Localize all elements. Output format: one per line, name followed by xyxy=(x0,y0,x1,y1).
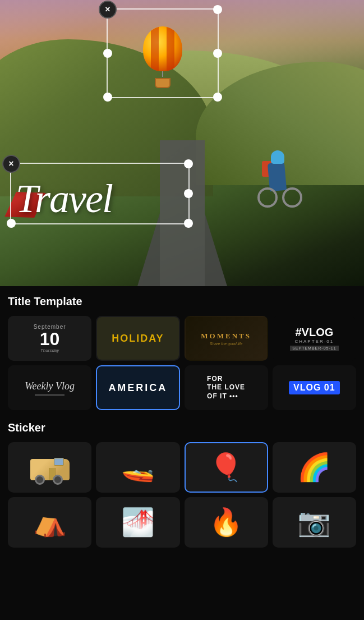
sticker-rv[interactable] xyxy=(8,442,91,493)
template-card-vlog01[interactable]: VLOG 01 xyxy=(273,365,356,410)
sticker-bridge[interactable]: 🌁 xyxy=(96,497,179,548)
boat-emoji: 🚤 xyxy=(121,454,155,481)
moments-text: MOMENTS xyxy=(201,332,251,341)
tent-emoji: ⛺ xyxy=(33,509,67,536)
cyclist-figure xyxy=(257,140,302,208)
balloon-handle-top-right[interactable] xyxy=(213,5,222,14)
template-card-vlog-chapter[interactable]: #VLOG CHAPTER-01 SEPTEMBER-05-11 xyxy=(273,316,356,361)
america-text: AMERICA xyxy=(108,382,167,394)
balloon-emoji: 🎈 xyxy=(209,454,243,481)
cyclist-body xyxy=(268,162,287,191)
travel-close-button[interactable]: × xyxy=(2,155,20,173)
vlog-chapter-date: SEPTEMBER-05-11 xyxy=(290,346,338,351)
canvas-area: × Travel × xyxy=(0,0,364,286)
vlog01-badge: VLOG 01 xyxy=(289,381,340,394)
love-text: FOR THE LOVE OF IT ••• xyxy=(207,375,245,401)
rv-wheel-1 xyxy=(35,475,45,485)
sticker-balloon[interactable]: 🎈 xyxy=(185,442,268,493)
section-title-template: Title Template xyxy=(8,295,356,308)
template-card-date[interactable]: September 10 Thursday xyxy=(8,316,91,361)
section-title-sticker: Sticker xyxy=(8,421,356,434)
balloon-handle-mid-left[interactable] xyxy=(103,49,112,58)
sticker-tent[interactable]: ⛺ xyxy=(8,497,91,548)
rv-illustration xyxy=(30,455,70,480)
sticker-fire[interactable]: 🔥 xyxy=(185,497,268,548)
balloon-stripes xyxy=(143,26,182,71)
sticker-boat[interactable]: 🚤 xyxy=(96,442,179,493)
template-card-moments[interactable]: MOMENTS Share the good life xyxy=(185,316,268,361)
date-number: 10 xyxy=(34,330,66,348)
balloon-rope xyxy=(162,71,163,77)
holiday-text: HOLIDAY xyxy=(112,333,164,345)
weekly-vlog-text: Weekly Vlog xyxy=(25,380,75,392)
holiday-inner: HOLIDAY xyxy=(97,317,178,360)
balloon-sticker[interactable] xyxy=(137,26,188,88)
template-card-for-the-love[interactable]: FOR THE LOVE OF IT ••• xyxy=(185,365,268,410)
balloon-body xyxy=(143,26,182,71)
sticker-rainbow[interactable]: 🌈 xyxy=(273,442,356,493)
travel-selection-box: × xyxy=(10,163,190,224)
vlog-chapter-title: #VLOG xyxy=(290,326,338,339)
weekly-vlog-line xyxy=(35,394,64,396)
travel-handle-bot-right[interactable] xyxy=(184,219,193,228)
sticker-grid: 🚤 🎈 🌈 ⛺ 🌁 🔥 📷 xyxy=(8,442,356,548)
cyclist-wheel-back xyxy=(282,187,302,208)
rv-wheel-2 xyxy=(53,475,63,485)
rainbow-emoji: 🌈 xyxy=(297,454,331,481)
camera-emoji: 📷 xyxy=(297,509,331,536)
balloon-close-button[interactable]: × xyxy=(99,1,117,19)
rv-window xyxy=(54,458,64,466)
template-card-weekly-vlog[interactable]: Weekly Vlog xyxy=(8,365,91,410)
balloon-basket xyxy=(155,78,171,88)
sticker-camera[interactable]: 📷 xyxy=(273,497,356,548)
bridge-emoji: 🌁 xyxy=(121,509,155,536)
cyclist-head xyxy=(271,150,284,164)
template-card-holiday[interactable]: HOLIDAY xyxy=(96,316,179,361)
template-grid: September 10 Thursday HOLIDAY MOMENTS Sh… xyxy=(8,316,356,410)
balloon-handle-bot-left[interactable] xyxy=(103,93,112,102)
travel-handle-bot-left[interactable] xyxy=(7,219,16,228)
bottom-panel: Title Template September 10 Thursday HOL… xyxy=(0,286,364,559)
travel-handle-top-right[interactable] xyxy=(184,159,193,168)
balloon-handle-mid-right[interactable] xyxy=(213,49,222,58)
template-card-america[interactable]: AMERICA xyxy=(96,365,179,410)
cyclist-wheel-front xyxy=(257,187,278,208)
balloon-handle-bot-right[interactable] xyxy=(213,93,222,102)
vlog-chapter-label: CHAPTER-01 xyxy=(290,339,338,344)
balloon-selection-box: × xyxy=(107,8,219,98)
travel-handle-mid-right[interactable] xyxy=(184,189,193,198)
moments-sub: Share the good life xyxy=(201,342,251,346)
date-tag: Thursday xyxy=(34,348,66,353)
fire-emoji: 🔥 xyxy=(209,509,243,536)
